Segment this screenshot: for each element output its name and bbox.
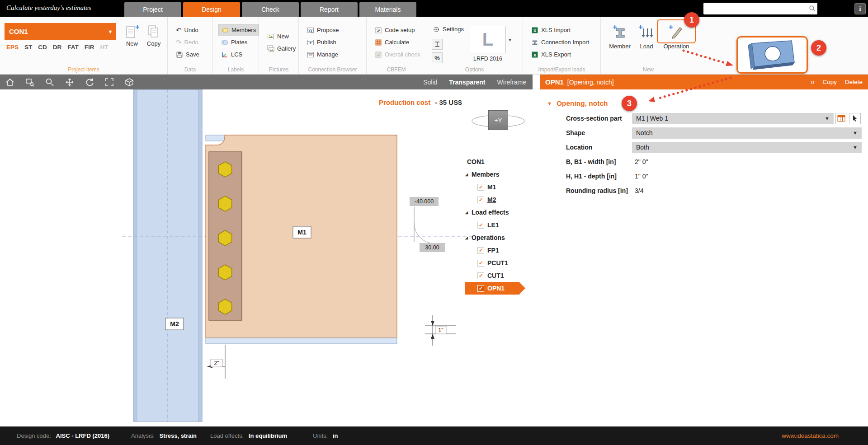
redo-button[interactable]: ↷ Redo [173,36,212,48]
members-labels-toggle[interactable]: Members [218,24,259,36]
delete-operation-button[interactable]: Delete [845,79,863,85]
tree-group-load-effects[interactable]: ◢ Load effects [465,206,533,219]
project-item-combo[interactable]: CON1 ▾ [5,23,116,40]
search-input[interactable] [703,4,807,14]
checkbox-pcut1[interactable] [477,260,484,267]
checkbox-cut1[interactable] [477,272,484,279]
section-caret-icon[interactable]: ▼ [547,101,552,106]
equilibrium-toggle[interactable] [432,39,443,50]
tree-item-pcut1[interactable]: PCUT1 [465,257,533,269]
xls-import-button[interactable]: X XLS Import [528,24,600,36]
pick-in-scene-button[interactable] [849,113,861,124]
fin-plate-geometry[interactable] [209,152,242,320]
tree-expander-icon[interactable]: ◢ [465,173,472,177]
properties-section-header[interactable]: ▼ Opening, notch 3 [540,96,868,111]
calculate-button[interactable]: Calculate [372,36,426,48]
tree-group-members[interactable]: ◢ Members [465,168,533,181]
bolt-1[interactable] [218,162,231,177]
tree-expander-icon[interactable]: ◢ [465,236,472,240]
filter-ht[interactable]: HT [100,44,108,51]
new-picture-button[interactable]: New [264,30,298,42]
design-code-caret-icon[interactable]: ▾ [509,37,511,43]
connection-import-button[interactable]: Connection Import [528,36,600,48]
search-icon[interactable] [807,4,817,14]
zoom-window-icon[interactable] [20,75,40,89]
copy-operation-button[interactable]: Copy [822,79,837,85]
tree-item-le1[interactable]: LE1 [465,219,533,231]
settings-button[interactable]: Settings [430,23,467,35]
percent-toggle[interactable]: % [432,52,443,63]
bolt-3[interactable] [218,230,231,246]
new-load-button[interactable]: + Load [635,22,658,50]
design-code-box[interactable]: L [470,26,506,53]
pan-icon[interactable] [60,75,80,89]
propose-button[interactable]: Propose [304,24,366,36]
tab-materials[interactable]: Materials [359,2,416,17]
checkbox-m2[interactable] [477,197,484,203]
combo-caret-icon: ▾ [109,28,112,35]
code-setup-button[interactable]: Code setup [372,24,426,36]
filter-st[interactable]: ST [24,44,32,51]
rotate-icon[interactable] [80,75,99,89]
svg-text:1": 1" [439,327,443,333]
filter-dr[interactable]: DR [53,44,62,51]
bolt-2[interactable] [218,196,231,211]
fit-view-icon[interactable] [99,75,119,89]
manage-button[interactable]: Manage [304,48,366,61]
tab-design[interactable]: Design [183,2,240,17]
filter-fat[interactable]: FAT [67,44,79,51]
new-project-item-button[interactable]: + New [120,24,144,47]
truncated-header-button[interactable]: n [811,79,815,85]
render-mode-transparent[interactable]: Transparent [449,79,485,86]
filter-fir[interactable]: FIR [85,44,94,51]
width-value-field[interactable]: 2" 0" [632,158,648,165]
cross-section-part-dropdown[interactable]: M1 | Web 1 ▼ [632,113,834,124]
tree-expander-icon[interactable]: ◢ [465,211,472,215]
checkbox-le1[interactable] [477,222,484,229]
rounding-radius-value-field[interactable]: 3/4 [632,187,643,194]
shape-dropdown[interactable]: Notch ▼ [632,127,862,139]
info-icon[interactable]: i [854,3,866,14]
tab-report[interactable]: Report [301,2,358,17]
undo-button[interactable]: ↶ Undo [173,24,212,36]
tree-item-m2[interactable]: M2 [465,193,533,206]
checkbox-fp1[interactable] [477,247,484,254]
model-viewport[interactable]: Production cost - 35 US$ [0,89,533,426]
checkbox-opn1[interactable] [477,285,484,292]
column-m2-geometry[interactable] [133,89,202,422]
tree-item-cut1[interactable]: CUT1 [465,269,533,282]
overall-check-button[interactable]: Overall check [372,48,426,61]
axis-cube[interactable]: +Y [488,110,508,130]
render-mode-solid[interactable]: Solid [423,79,437,86]
tab-project[interactable]: Project [124,2,181,17]
cross-section-table-button[interactable] [835,113,847,124]
website-link[interactable]: www.ideastatica.com [782,432,839,439]
property-row-shape: Shape Notch ▼ [540,126,868,140]
publish-button[interactable]: Publish [304,36,366,48]
view-cube-icon[interactable] [119,75,139,89]
location-dropdown[interactable]: Both ▼ [632,142,862,153]
bolt-5[interactable] [218,299,231,314]
depth-value-field[interactable]: 1" 0" [632,173,648,180]
tree-item-m1[interactable]: M1 [465,181,533,193]
bolt-4[interactable] [218,265,231,280]
xls-export-button[interactable]: X XLS Export [528,48,600,61]
filter-cd[interactable]: CD [38,44,47,51]
home-view-icon[interactable] [0,75,20,89]
tree-item-fp1[interactable]: FP1 [465,244,533,257]
tree-item-opn1-selected[interactable]: OPN1 [465,282,519,295]
tab-check[interactable]: Check [242,2,299,17]
save-button[interactable]: Save [173,48,212,61]
new-operation-button[interactable]: + Operation 1 [660,22,692,50]
checkbox-m1[interactable] [477,184,484,191]
gallery-button[interactable]: Gallery [264,42,298,55]
lcs-toggle[interactable]: LCS [218,48,259,61]
plates-labels-toggle[interactable]: Plates [218,36,259,48]
filter-eps[interactable]: EPS [6,44,19,51]
render-mode-wireframe[interactable]: Wireframe [497,79,526,86]
tree-root-con1[interactable]: CON1 [465,155,533,168]
copy-project-item-button[interactable]: Copy [142,24,165,47]
new-member-button[interactable]: + Member [607,22,632,50]
tree-group-operations[interactable]: ◢ Operations [465,231,533,244]
zoom-icon[interactable] [40,75,60,89]
